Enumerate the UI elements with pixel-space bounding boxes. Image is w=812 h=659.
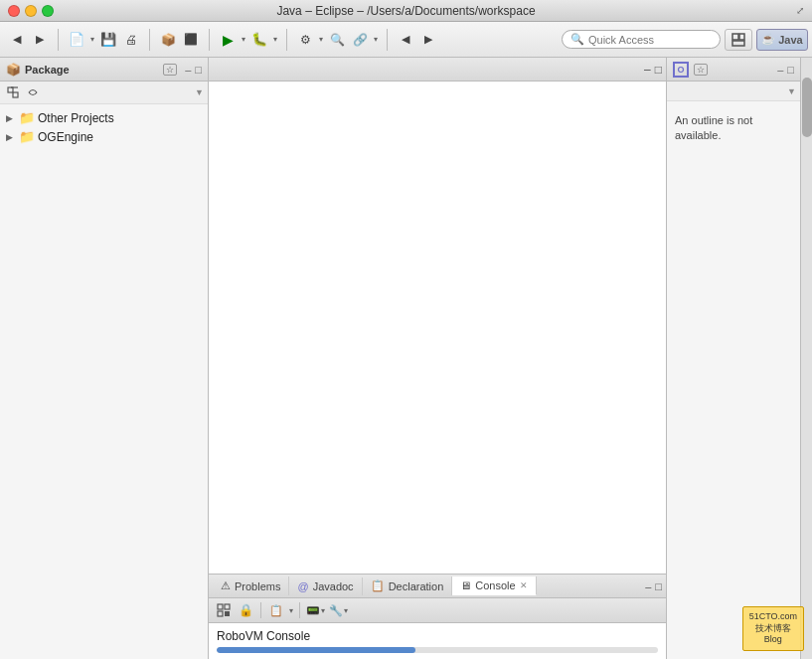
toolbar-run-group: ▶ ▾ 🐛 ▾: [215, 29, 281, 51]
package-explorer-minimize[interactable]: –: [185, 64, 191, 76]
tab-problems[interactable]: ⚠ Problems: [213, 577, 289, 595]
package-explorer-maximize[interactable]: □: [195, 64, 202, 76]
tree-arrow-ogengine: ▶: [6, 132, 16, 142]
toolbar-nav-group: ◀ ▶: [4, 29, 53, 51]
java-perspective-button[interactable]: ☕ Java: [756, 29, 808, 51]
console-icon: 🖥: [460, 579, 471, 591]
console-area[interactable]: RoboVM Console: [209, 623, 666, 659]
run-dropdown[interactable]: ▾: [240, 29, 247, 51]
console-tab-close[interactable]: ✕: [520, 580, 528, 590]
editor-panel: – □: [209, 58, 666, 574]
console-display-button[interactable]: 📟 ▾: [306, 604, 325, 617]
perspective-layout-button[interactable]: [725, 29, 752, 51]
link-with-editor-button[interactable]: [24, 83, 42, 101]
minimize-button[interactable]: [25, 5, 37, 17]
forward-button[interactable]: ▶: [29, 29, 51, 51]
tab-javadoc[interactable]: @ Javadoc: [289, 577, 362, 595]
editor-header: – □: [209, 58, 666, 82]
bottom-panel-controls: – □: [645, 580, 662, 592]
toolbar-separator-1: [58, 29, 59, 51]
editor-maximize[interactable]: □: [655, 63, 662, 77]
prev-nav-button[interactable]: ◀: [395, 29, 416, 51]
list-item[interactable]: ▶ 📁 OGEngine: [0, 127, 208, 146]
main-scrollbar[interactable]: [800, 58, 812, 659]
new-button[interactable]: 📄: [66, 29, 87, 51]
scrollbar-thumb[interactable]: [802, 78, 812, 137]
toolbar-separator-4: [286, 29, 287, 51]
editor-minimize[interactable]: –: [644, 63, 651, 77]
svg-rect-8: [218, 611, 223, 616]
toolbar-tools-group: ⚙ ▾ 🔍 🔗 ▾: [292, 29, 382, 51]
javadoc-icon: @: [297, 580, 308, 592]
svg-rect-2: [732, 41, 744, 46]
console-sep-2: [299, 602, 300, 618]
folder-icon-ogengine: 📁: [19, 129, 35, 144]
console-options-button[interactable]: 🔧 ▾: [329, 604, 348, 617]
java-perspective-label: Java: [778, 34, 802, 46]
toolbar-nav2-group: ◀ ▶: [393, 29, 441, 51]
debug-run-button[interactable]: 🐛: [248, 29, 270, 51]
back-button[interactable]: ◀: [6, 29, 28, 51]
display-icon: 📟: [306, 604, 320, 617]
console-label: Console: [475, 579, 515, 591]
bottom-maximize[interactable]: □: [655, 580, 662, 592]
resize-icon[interactable]: ⤢: [796, 5, 804, 16]
outline-maximize[interactable]: □: [787, 64, 794, 76]
next-nav-button[interactable]: ▶: [417, 29, 439, 51]
publish-button[interactable]: 📦: [157, 29, 179, 51]
toolbar-file-group: 📄 ▾ 💾 🖨: [64, 29, 144, 51]
console-sep: [260, 602, 261, 618]
package-icon: 📦: [6, 63, 21, 77]
package-tree: ▶ 📁 Other Projects ▶ 📁 OGEngine: [0, 104, 208, 659]
console-title: RoboVM Console: [217, 629, 658, 643]
new-dropdown[interactable]: ▾: [88, 29, 96, 51]
console-open-dropdown[interactable]: ▾: [289, 606, 293, 615]
declaration-icon: 📋: [371, 579, 385, 592]
outline-menu-button[interactable]: ▼: [787, 86, 796, 96]
outline-badge: ☆: [694, 64, 708, 76]
editor-controls: – □: [644, 63, 662, 77]
options-icon: 🔧: [329, 604, 343, 617]
debug-button[interactable]: ⬛: [180, 29, 202, 51]
bottom-tabs-bar: ⚠ Problems @ Javadoc 📋 Declaration 🖥: [209, 575, 666, 598]
title-bar: Java – Eclipse – /Users/a/Documents/work…: [0, 0, 812, 22]
close-button[interactable]: [8, 5, 20, 17]
connect-button[interactable]: 🔗: [349, 29, 371, 51]
outline-header: O ☆ – □: [667, 58, 800, 82]
outline-panel: O ☆ – □ ▼ An outline is not available.: [666, 58, 800, 659]
svg-rect-9: [225, 611, 230, 616]
outline-icon: O: [673, 62, 689, 78]
outline-message: An outline is not available.: [667, 101, 800, 156]
display-dropdown[interactable]: ▾: [321, 606, 325, 615]
console-open-button[interactable]: 📋: [267, 601, 285, 619]
search-input[interactable]: [588, 34, 726, 46]
search-button[interactable]: 🔍: [326, 29, 348, 51]
svg-rect-0: [732, 34, 738, 40]
console-clear-button[interactable]: [215, 601, 233, 619]
package-explorer-header: 📦 Package ☆ – □: [0, 58, 208, 82]
tab-declaration[interactable]: 📋 Declaration: [363, 577, 453, 595]
debug-dropdown[interactable]: ▾: [271, 29, 279, 51]
watermark-line3: Blog: [749, 634, 797, 646]
tools-dropdown[interactable]: ▾: [317, 29, 325, 51]
traffic-lights[interactable]: [0, 5, 54, 17]
tab-console[interactable]: 🖥 Console ✕: [452, 577, 536, 595]
connect-dropdown[interactable]: ▾: [372, 29, 380, 51]
progress-bar-fill: [217, 647, 415, 653]
save-all-button[interactable]: 🖨: [120, 29, 142, 51]
console-lock-button[interactable]: 🔒: [237, 601, 254, 619]
package-view-menu-button[interactable]: ▼: [195, 87, 204, 97]
save-button[interactable]: 💾: [97, 29, 119, 51]
quick-access-search[interactable]: 🔍: [562, 30, 721, 49]
options-dropdown[interactable]: ▾: [344, 606, 348, 615]
bottom-minimize[interactable]: –: [645, 580, 651, 592]
outline-minimize[interactable]: –: [777, 64, 783, 76]
maximize-button[interactable]: [42, 5, 54, 17]
list-item[interactable]: ▶ 📁 Other Projects: [0, 108, 208, 127]
package-view-badge: ☆: [163, 64, 177, 76]
editor-area[interactable]: [209, 82, 666, 574]
outline-toolbar: ▼: [667, 82, 800, 101]
tools-button[interactable]: ⚙: [294, 29, 316, 51]
run-button[interactable]: ▶: [217, 29, 239, 51]
collapse-all-button[interactable]: [4, 83, 22, 101]
